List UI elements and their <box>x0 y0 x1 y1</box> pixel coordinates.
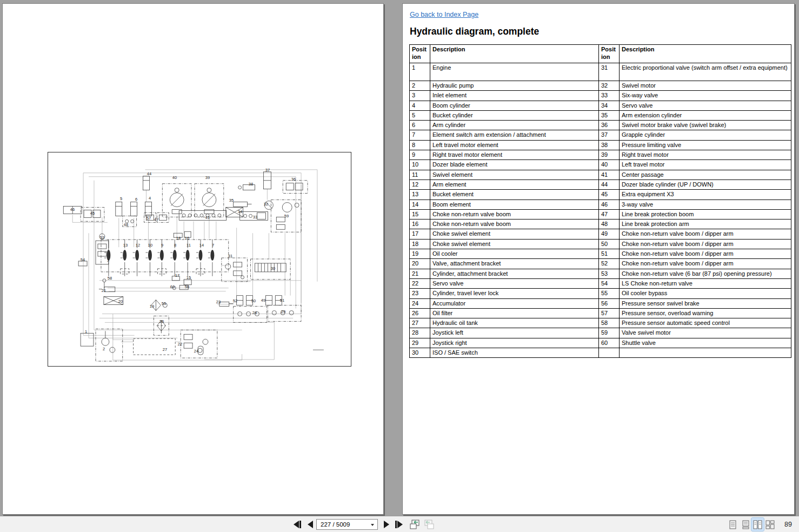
diagram-position-label: 47 <box>154 218 158 222</box>
description-cell: Choke non-return valve boom <box>430 220 599 229</box>
header-description-right: Description <box>620 45 791 63</box>
bottom-toolbar: 227 / 5009 <box>0 516 799 532</box>
diagram-position-label: 52 <box>233 299 237 303</box>
previous-view-icon <box>409 520 420 529</box>
diagram-position-label: 56 <box>185 285 189 289</box>
position-cell: 4 <box>410 101 430 110</box>
description-cell: Dozer blade element <box>430 160 599 170</box>
diagram-position-label: 9 <box>161 243 163 248</box>
position-cell: 34 <box>599 101 620 110</box>
diagram-position-label: 17 <box>175 274 179 278</box>
table-row: 5Bucket cylinder35Arm extension cylinder <box>410 110 791 120</box>
first-page-button[interactable] <box>292 518 303 530</box>
diagram-position-label: 44 <box>147 172 151 176</box>
diagram-position-label: 2 <box>103 347 105 351</box>
position-cell: 10 <box>410 160 430 170</box>
position-cell: 23 <box>410 289 430 298</box>
position-cell: 19 <box>410 249 430 259</box>
page-right-legend: Go back to Index Page Hydraulic diagram,… <box>402 3 795 515</box>
position-cell: 16 <box>410 220 430 229</box>
diagram-position-label: 13 <box>123 243 128 248</box>
description-cell: Right travel motor <box>620 150 791 160</box>
diagram-position-label: 16 <box>185 236 189 241</box>
diagram-position-label: 6 <box>135 197 137 202</box>
position-cell: 37 <box>599 130 620 140</box>
description-cell: Oil filter <box>430 308 599 318</box>
table-row: 12Arm element44Dozer blade cylinder (UP … <box>410 179 791 189</box>
diagram-position-label: 46 <box>70 208 75 212</box>
position-cell: 44 <box>599 179 620 189</box>
table-row: 29Joystick right60Shuttle valve <box>410 338 791 348</box>
facing-continuous-view-icon <box>765 520 775 529</box>
diagram-position-label: 35 <box>229 198 234 203</box>
diagram-position-label: 38 <box>249 182 253 187</box>
facing-pages-view-button[interactable] <box>751 518 764 531</box>
next-view-button[interactable] <box>423 518 436 530</box>
single-page-view-button[interactable] <box>727 518 739 531</box>
position-cell: 13 <box>410 190 430 200</box>
position-cell: 55 <box>599 289 620 298</box>
diagram-position-label: 5 <box>120 197 122 201</box>
diagram-position-label: 51 <box>280 298 284 303</box>
position-cell: 22 <box>410 278 430 288</box>
position-cell: 39 <box>599 150 620 160</box>
table-row: 27Hydraulic oil tank58Pressure sensor au… <box>410 318 791 328</box>
previous-page-button[interactable] <box>305 518 316 530</box>
position-cell: 3 <box>410 91 430 101</box>
table-row: 18Choke swivel element50Choke non-return… <box>410 239 791 249</box>
description-cell: Hydraulic pump <box>430 81 599 91</box>
single-page-view-icon <box>729 520 736 529</box>
next-page-button[interactable] <box>381 518 392 530</box>
description-cell: Choke swivel element <box>430 239 599 249</box>
last-page-button[interactable] <box>394 518 404 530</box>
description-cell: Boom cylinder <box>430 101 599 110</box>
hydraulic-diagram: 4440393738365644645574748353432593341535… <box>48 152 351 367</box>
page-number-combobox[interactable]: 227 / 5009 <box>316 519 378 530</box>
description-cell: Arm extension cylinder <box>620 110 791 120</box>
diagram-position-label: 32 <box>264 202 268 207</box>
position-cell: 50 <box>599 239 620 249</box>
description-cell: Choke non-return valve boom / dipper arm <box>620 229 791 239</box>
description-cell: Joystick right <box>430 338 599 348</box>
description-cell: Accumulator <box>430 298 599 308</box>
diagram-position-label: 18 <box>176 236 181 241</box>
position-cell: 32 <box>599 81 620 91</box>
page-left-diagram: 4440393738365644645574748353432593341535… <box>2 3 384 515</box>
table-row: 19Oil cooler51Choke non-return valve boo… <box>410 249 791 259</box>
position-cell: 41 <box>599 170 620 179</box>
go-back-to-index-link[interactable]: Go back to Index Page <box>410 11 478 18</box>
position-cell: 38 <box>599 140 620 150</box>
position-cell: 30 <box>410 348 430 358</box>
description-cell: Choke non-return valve boom / dipper arm <box>620 259 791 269</box>
diagram-position-label: 28 <box>252 311 257 315</box>
diagram-position-label: 26 <box>159 320 164 324</box>
table-row: 11Swivel element41Center passage <box>410 170 791 179</box>
legend-table: Posit ion Description Posit ion Descript… <box>409 44 791 358</box>
table-row: 21Cylinder, attachment bracket53Choke no… <box>410 269 791 278</box>
position-cell: 52 <box>599 259 620 269</box>
description-cell <box>620 348 791 358</box>
position-cell: 7 <box>410 130 430 140</box>
position-cell: 48 <box>599 220 620 229</box>
position-cell: 28 <box>410 328 430 338</box>
previous-view-button[interactable] <box>408 518 421 530</box>
description-cell: Arm element <box>430 179 599 189</box>
diagram-position-label: 10 <box>148 243 152 248</box>
description-cell: Bucket element <box>430 190 599 200</box>
diagram-position-label: 20 <box>118 300 123 304</box>
description-cell: Cylinder, travel lever lock <box>430 289 599 298</box>
diagram-position-label: 15 <box>187 276 191 280</box>
position-cell <box>599 348 620 358</box>
table-row: 9Right travel motor element39Right trave… <box>410 150 791 160</box>
position-cell: 54 <box>599 278 620 288</box>
first-page-icon <box>293 521 302 528</box>
combobox-caret-icon <box>371 524 374 526</box>
table-row: 22Servo valve54LS Choke non-return valve <box>410 278 791 288</box>
description-cell: Inlet element <box>430 91 599 101</box>
table-row: 13Bucket element45Extra equipment X3 <box>410 190 791 200</box>
table-row: 20Valve, attachment bracket52Choke non-r… <box>410 259 791 269</box>
facing-continuous-view-button[interactable] <box>764 518 776 531</box>
continuous-view-button[interactable] <box>740 518 752 531</box>
description-cell: Choke non-return valve boom / dipper arm <box>620 239 791 249</box>
header-position-right: Posit ion <box>599 45 620 63</box>
